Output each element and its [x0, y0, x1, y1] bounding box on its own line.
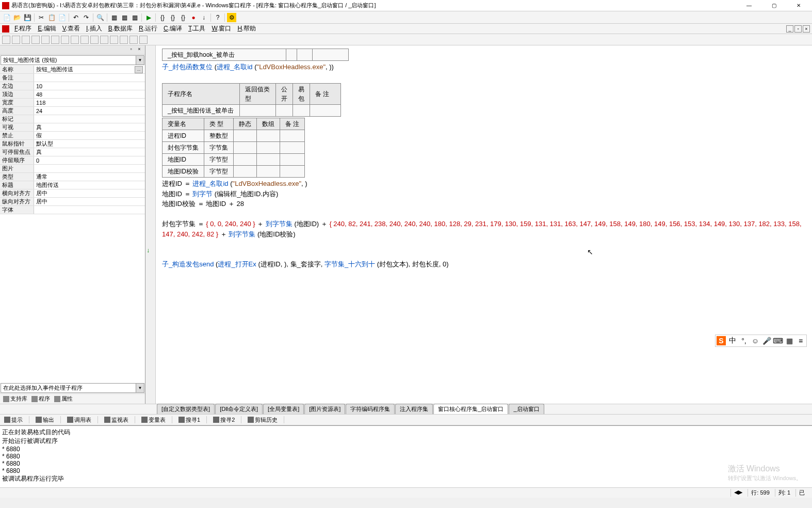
left-tab[interactable]: 程序 [29, 394, 52, 404]
editor-tab[interactable]: [Dll命令定义表] [215, 404, 263, 414]
debug-tab[interactable]: 监视表 [102, 415, 131, 425]
ime-voice-icon[interactable]: 🎤 [762, 336, 771, 345]
copy-icon[interactable]: 📋 [47, 13, 56, 22]
chevron-down-icon[interactable]: ▼ [136, 56, 144, 65]
property-row[interactable]: 标记 [0, 115, 145, 123]
component-selector[interactable]: 按钮_地图传送 (按钮) ▼ [1, 55, 144, 65]
step4-icon[interactable]: ↓ [199, 13, 208, 22]
panel-pin-icon[interactable]: ▫ [127, 45, 135, 53]
tool-icon[interactable]: ⚙ [227, 13, 236, 22]
property-row[interactable]: 顶边48 [0, 90, 145, 99]
prop-value[interactable]: 通常 [34, 173, 145, 181]
property-row[interactable]: 类型通常 [0, 173, 145, 181]
maximize-button[interactable]: ▢ [765, 1, 783, 11]
menu-item[interactable]: T.工具 [185, 24, 208, 33]
left-tab[interactable]: 支持库 [1, 394, 29, 404]
prop-value[interactable]: 默认型 [34, 140, 145, 148]
property-row[interactable]: 纵向对齐方式居中 [0, 198, 145, 206]
property-row[interactable]: 字体 [0, 206, 145, 214]
property-row[interactable]: 高度24 [0, 107, 145, 115]
tb2-btn-12[interactable] [110, 36, 118, 44]
prop-value[interactable] [34, 74, 145, 82]
step2-icon[interactable]: {} [168, 13, 177, 22]
menu-item[interactable]: I.插入 [83, 24, 105, 33]
left-tab[interactable]: 属性 [52, 394, 75, 404]
step3-icon[interactable]: {} [178, 13, 188, 22]
ime-grid-icon[interactable]: ▦ [785, 336, 794, 345]
mdi-minimize-icon[interactable]: _ [786, 25, 793, 33]
menu-item[interactable]: E.编辑 [35, 24, 59, 33]
code-editor[interactable]: ↓ _按钮_卸载hook_被单击 子_封包函数复位 (进程_名取id ("LdV… [145, 45, 812, 404]
event-selector[interactable]: 在此处选择加入事件处理子程序 ▼ [1, 383, 144, 393]
close-button[interactable]: ✕ [789, 1, 808, 11]
property-row[interactable]: 左边10 [0, 82, 145, 90]
window3-icon[interactable]: ▦ [130, 13, 139, 22]
ime-punct-icon[interactable]: °, [739, 336, 749, 345]
prop-value[interactable]: 真 [34, 123, 145, 131]
property-row[interactable]: 宽度118 [0, 99, 145, 107]
property-row[interactable]: 横向对齐方式居中 [0, 189, 145, 198]
editor-tab[interactable]: 注入程序集 [395, 404, 433, 414]
menu-item[interactable]: F.程序 [11, 24, 35, 33]
step1-icon[interactable]: {} [158, 13, 167, 22]
ime-keyboard-icon[interactable]: ⌨ [773, 336, 783, 345]
editor-tab[interactable]: [全局变量表] [263, 404, 304, 414]
tb2-btn-13[interactable] [120, 36, 128, 44]
prop-value[interactable]: 按钮_地图传送... [34, 66, 145, 73]
breakpoint-icon[interactable]: ● [189, 13, 198, 22]
ime-menu-icon[interactable]: ≡ [796, 336, 805, 345]
prop-value[interactable]: 118 [34, 99, 145, 106]
debug-tab[interactable]: 搜寻2 [211, 415, 237, 425]
prop-value[interactable]: 24 [34, 107, 145, 115]
window2-icon[interactable]: ▦ [120, 13, 129, 22]
mdi-restore-icon[interactable]: ▫ [794, 25, 802, 33]
debug-tab[interactable]: 提示 [2, 415, 25, 425]
menu-item[interactable]: V.查看 [59, 24, 83, 33]
run-icon[interactable]: ▶ [144, 13, 153, 22]
tb2-btn-3[interactable] [22, 36, 30, 44]
prop-value[interactable] [34, 165, 145, 172]
prop-value[interactable] [34, 115, 145, 123]
tb2-btn-6[interactable] [51, 36, 59, 44]
tb2-btn-10[interactable] [90, 36, 99, 44]
prop-value[interactable]: 地图传送 [34, 181, 145, 189]
property-row[interactable]: 备注 [0, 74, 145, 82]
tb2-btn-11[interactable] [100, 36, 108, 44]
debug-tab[interactable]: 调用表 [65, 415, 93, 425]
tb2-btn-5[interactable] [41, 36, 50, 44]
output-panel[interactable]: 正在封装易格式目的代码开始运行被调试程序* 6880* 6880* 6880* … [0, 425, 812, 487]
tb2-btn-2[interactable] [12, 36, 20, 44]
editor-tab[interactable]: 窗口核心程序集_启动窗口 [433, 404, 508, 414]
property-row[interactable]: 鼠标指针默认型 [0, 140, 145, 148]
prop-value[interactable]: 居中 [34, 189, 145, 197]
chevron-down-icon[interactable]: ▼ [136, 384, 144, 392]
undo-icon[interactable]: ↶ [71, 13, 80, 22]
tb2-btn-9[interactable] [80, 36, 89, 44]
editor-tab[interactable]: [图片资源表] [304, 404, 345, 414]
tb2-btn-8[interactable] [71, 36, 79, 44]
debug-tab[interactable]: 搜寻1 [176, 415, 202, 425]
prop-value[interactable]: 10 [34, 82, 145, 90]
menu-item[interactable]: R.运行 [136, 24, 160, 33]
help-icon[interactable]: ? [213, 13, 222, 22]
tb2-btn-4[interactable] [31, 36, 40, 44]
minimize-button[interactable]: — [740, 1, 758, 11]
property-row[interactable]: 禁止假 [0, 132, 145, 140]
prop-value[interactable] [34, 206, 145, 214]
ime-emoji-icon[interactable]: ☺ [751, 336, 760, 345]
find-icon[interactable]: 🔍 [95, 13, 105, 22]
menu-item[interactable]: W.窗口 [208, 24, 234, 33]
debug-tab[interactable]: 剪辑历史 [246, 415, 280, 425]
editor-tab[interactable]: 字符编码程序集 [346, 404, 395, 414]
tb2-btn-7[interactable] [61, 36, 69, 44]
property-row[interactable]: 图片 [0, 165, 145, 173]
ime-lang-icon[interactable]: 中 [728, 336, 737, 345]
property-row[interactable]: 标题地图传送 [0, 181, 145, 189]
status-scroll-icon[interactable]: ◀▶ [730, 489, 745, 497]
tb2-btn-1[interactable] [2, 36, 10, 44]
save-icon[interactable]: 💾 [23, 13, 32, 22]
window1-icon[interactable]: ▦ [109, 13, 119, 22]
property-row[interactable]: 可停留焦点真 [0, 148, 145, 156]
prop-value[interactable]: 48 [34, 90, 145, 98]
prop-value[interactable]: 假 [34, 132, 145, 139]
